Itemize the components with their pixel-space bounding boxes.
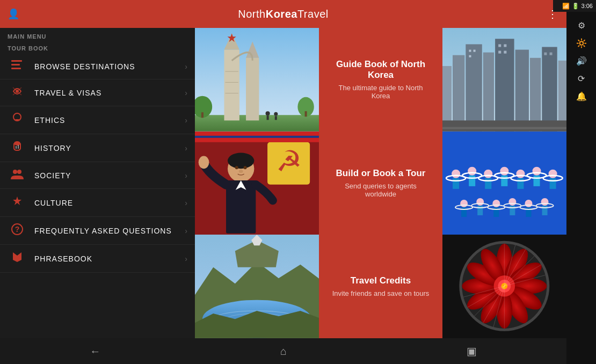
svg-point-29: [274, 112, 278, 116]
sidebar-item-ethics[interactable]: ETHICS ›: [0, 106, 195, 134]
svg-rect-34: [466, 44, 482, 131]
home-button[interactable]: ⌂: [280, 345, 287, 358]
svg-rect-56: [195, 136, 319, 138]
svg-point-3: [16, 90, 19, 93]
battery-icon: 🔋: [572, 3, 579, 10]
ethics-icon: [8, 113, 27, 127]
guide-book-cell[interactable]: Guide Book of North Korea The ultimate g…: [319, 28, 443, 132]
svg-point-60: [235, 166, 238, 169]
ethics-chevron: ›: [185, 116, 187, 125]
notifications-icon[interactable]: 🔔: [576, 91, 587, 101]
svg-rect-30: [275, 116, 277, 120]
app-person-icon: 👤: [8, 8, 19, 20]
travel-visas-chevron: ›: [185, 89, 187, 97]
portrait-image-cell[interactable]: ☭: [195, 132, 319, 235]
monument-image-cell[interactable]: [195, 28, 319, 132]
svg-rect-55: [195, 132, 319, 136]
build-tour-cell[interactable]: Build or Book a Tour Send queries to age…: [319, 132, 443, 235]
svg-point-97: [509, 198, 517, 206]
svg-rect-24: [201, 112, 203, 118]
svg-rect-37: [515, 50, 529, 132]
content-grid: Guide Book of North Korea The ultimate g…: [195, 28, 566, 338]
browse-destinations-icon: [8, 60, 27, 72]
svg-rect-38: [530, 58, 541, 132]
main-menu-label: MAIN MENU: [0, 28, 195, 42]
travel-credits-cell[interactable]: Travel Credits Invite friends and save o…: [319, 235, 443, 338]
screen-icon[interactable]: 🔆: [576, 38, 587, 48]
faq-chevron: ›: [185, 227, 187, 235]
sidebar-item-faq[interactable]: ? FREQUENTLY ASKED QUESTIONS ›: [0, 217, 195, 245]
sidebar-item-society[interactable]: SOCIETY ›: [0, 162, 195, 189]
svg-rect-17: [246, 58, 259, 121]
svg-rect-33: [453, 55, 464, 132]
svg-rect-26: [305, 111, 307, 117]
performers-image-cell[interactable]: [442, 132, 566, 235]
travel-visas-label: TRAVEL & VISAS: [34, 89, 185, 97]
sidebar-item-phrasebook[interactable]: PHRASEBOOK ›: [0, 245, 195, 273]
history-chevron: ›: [185, 144, 187, 152]
svg-rect-42: [474, 50, 476, 52]
recents-button[interactable]: ▣: [467, 345, 477, 358]
svg-rect-89: [461, 207, 467, 217]
browse-destinations-label: BROWSE DESTINATIONS: [34, 62, 185, 71]
svg-rect-45: [504, 44, 507, 47]
svg-rect-92: [478, 206, 483, 215]
browse-destinations-chevron: ›: [185, 62, 187, 71]
tour-book-section-title: TOUR BOOK: [0, 42, 195, 54]
sidebar-item-travel-visas[interactable]: TRAVEL & VISAS ›: [0, 79, 195, 106]
society-icon: [8, 169, 27, 182]
society-label: SOCIETY: [34, 171, 185, 180]
flower-image-cell[interactable]: [442, 235, 566, 338]
svg-point-91: [477, 198, 484, 206]
svg-rect-41: [469, 50, 471, 52]
svg-rect-35: [483, 53, 494, 132]
travel-credits-title: Travel Credits: [351, 275, 411, 286]
app-bar: 👤 NorthKoreaTravel ⋮: [0, 0, 566, 28]
svg-rect-2: [11, 68, 21, 69]
volume-icon[interactable]: 🔊: [576, 56, 587, 66]
svg-rect-43: [469, 55, 471, 57]
settings-icon[interactable]: ⚙: [578, 20, 585, 31]
svg-rect-80: [518, 178, 524, 188]
svg-rect-51: [442, 127, 566, 129]
svg-point-82: [533, 166, 541, 175]
orientation-icon[interactable]: ⟳: [578, 74, 585, 84]
culture-icon: [8, 195, 27, 210]
bottom-navigation: ← ⌂ ▣: [0, 338, 566, 364]
svg-rect-50: [442, 120, 566, 131]
travel-visas-icon: [8, 86, 27, 99]
guide-book-title: Guide Book of North Korea: [330, 59, 432, 81]
culture-label: CULTURE: [34, 199, 185, 207]
main-layout: MAIN MENU TOUR BOOK BROWSE DESTINATIONS …: [0, 28, 566, 338]
svg-rect-101: [526, 207, 532, 217]
svg-rect-74: [485, 178, 492, 188]
svg-rect-46: [499, 51, 501, 54]
city-image-cell[interactable]: [442, 28, 566, 132]
sidebar: MAIN MENU TOUR BOOK BROWSE DESTINATIONS …: [0, 28, 195, 338]
culture-chevron: ›: [185, 199, 187, 207]
svg-point-10: [17, 170, 21, 174]
app-title: NorthKoreaTravel: [238, 8, 328, 20]
sidebar-item-culture[interactable]: CULTURE ›: [0, 189, 195, 217]
ethics-label: ETHICS: [34, 116, 185, 125]
sidebar-item-history[interactable]: HISTORY ›: [0, 134, 195, 162]
back-button[interactable]: ←: [90, 345, 100, 358]
svg-rect-71: [469, 175, 475, 186]
svg-point-88: [460, 200, 468, 207]
build-tour-title: Build or Book a Tour: [336, 168, 426, 179]
lake-image-cell[interactable]: [195, 235, 319, 338]
svg-rect-47: [504, 51, 507, 54]
sidebar-item-browse-destinations[interactable]: BROWSE DESTINATIONS ›: [0, 54, 195, 79]
system-bar: ⚙ 🔆 🔊 ⟳ 🔔: [566, 0, 596, 364]
wifi-icon: 📶: [562, 3, 570, 10]
phrasebook-icon: [8, 251, 27, 266]
svg-rect-44: [499, 44, 501, 47]
phrasebook-label: PHRASEBOOK: [34, 254, 185, 263]
svg-point-67: [452, 169, 460, 178]
svg-rect-104: [542, 206, 548, 215]
svg-rect-63: [226, 180, 256, 234]
svg-rect-57: [195, 138, 319, 142]
society-chevron: ›: [185, 171, 187, 180]
faq-icon: ?: [8, 223, 27, 238]
guide-book-subtitle: The ultimate guide to North Korea: [330, 84, 432, 100]
